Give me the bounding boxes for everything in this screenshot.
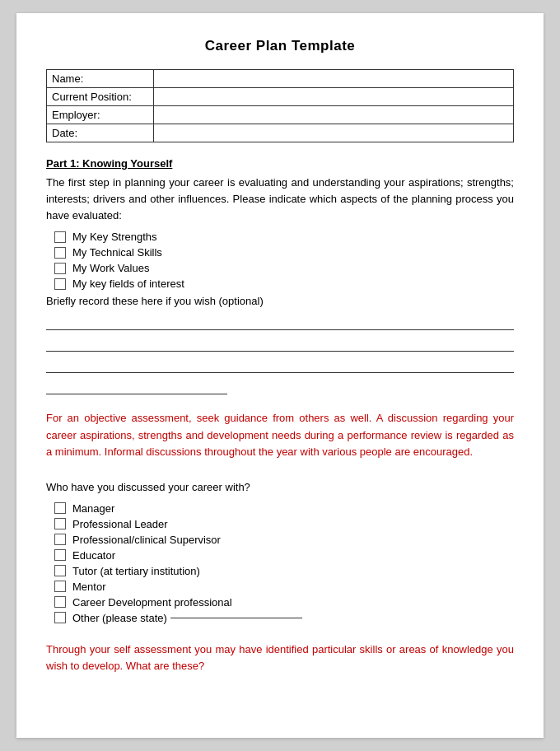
checkbox-icon <box>54 231 66 243</box>
info-label-0: Name: <box>47 70 154 88</box>
part1-heading: Part 1: Knowing Yourself <box>46 157 514 170</box>
write-line-4[interactable] <box>46 376 227 394</box>
checklist-item-3[interactable]: My key fields of interest <box>54 278 514 290</box>
discussed-item-5[interactable]: Mentor <box>54 581 514 593</box>
red-paragraph: For an objective assessment, seek guidan… <box>46 410 514 459</box>
discussed-item-7[interactable]: Other (please state) <box>54 612 514 624</box>
discussed-label-text: Educator <box>72 549 115 562</box>
other-input-line[interactable] <box>170 618 302 618</box>
info-value-1[interactable] <box>154 88 514 106</box>
discussed-list: ManagerProfessional LeaderProfessional/c… <box>54 502 514 624</box>
discussed-label-text: Mentor <box>72 581 105 593</box>
write-line-1[interactable] <box>46 312 514 330</box>
discussed-item-2[interactable]: Professional/clinical Supervisor <box>54 534 514 546</box>
checkbox-icon <box>54 534 66 545</box>
checkbox-icon <box>54 247 66 259</box>
discussed-label-text: Manager <box>72 502 114 515</box>
part1-intro: The first step in planning your career i… <box>46 175 514 224</box>
checkbox-icon <box>54 263 66 274</box>
checkbox-icon <box>54 565 66 576</box>
checkbox-icon <box>54 502 66 514</box>
checkbox-icon <box>54 518 66 529</box>
checklist-label: My Technical Skills <box>72 246 162 259</box>
info-label-2: Employer: <box>47 106 154 124</box>
optional-label: Briefly record these here if you wish (o… <box>46 295 514 307</box>
discussed-label-text: Professional/clinical Supervisor <box>72 534 221 546</box>
info-label-1: Current Position: <box>47 88 154 106</box>
career-plan-page: Career Plan Template Name:Current Positi… <box>16 13 544 738</box>
checkbox-icon <box>54 549 66 561</box>
info-value-0[interactable] <box>154 70 514 88</box>
write-line-3[interactable] <box>46 355 514 373</box>
checklist-label: My Key Strengths <box>72 231 157 243</box>
closing-text: Through your self assessment you may hav… <box>46 641 514 674</box>
checklist-item-1[interactable]: My Technical Skills <box>54 246 514 259</box>
checklist-item-2[interactable]: My Work Values <box>54 262 514 274</box>
info-value-2[interactable] <box>154 106 514 124</box>
checklist-label: My key fields of interest <box>72 278 184 290</box>
discussed-label: Who have you discussed your career with? <box>46 479 514 496</box>
discussed-item-1[interactable]: Professional Leader <box>54 518 514 530</box>
checkbox-icon <box>54 581 66 592</box>
checklist-label: My Work Values <box>72 262 149 274</box>
discussed-item-6[interactable]: Career Development professional <box>54 596 514 609</box>
write-line-2[interactable] <box>46 334 514 352</box>
write-lines <box>46 312 514 394</box>
discussed-label-text: Other (please state) <box>72 612 167 624</box>
checklist-item-0[interactable]: My Key Strengths <box>54 231 514 243</box>
checkbox-icon <box>54 278 66 290</box>
discussed-label-text: Career Development professional <box>72 596 232 609</box>
info-table: Name:Current Position:Employer:Date: <box>46 69 514 142</box>
checkbox-icon <box>54 612 66 623</box>
page-title: Career Plan Template <box>46 38 514 54</box>
info-label-3: Date: <box>47 124 154 142</box>
info-value-3[interactable] <box>154 124 514 142</box>
discussed-label-text: Professional Leader <box>72 518 168 530</box>
discussed-label-text: Tutor (at tertiary institution) <box>72 565 200 577</box>
checkbox-icon <box>54 596 66 608</box>
checklist: My Key StrengthsMy Technical SkillsMy Wo… <box>54 231 514 290</box>
discussed-item-4[interactable]: Tutor (at tertiary institution) <box>54 565 514 577</box>
discussed-item-0[interactable]: Manager <box>54 502 514 515</box>
discussed-item-3[interactable]: Educator <box>54 549 514 562</box>
